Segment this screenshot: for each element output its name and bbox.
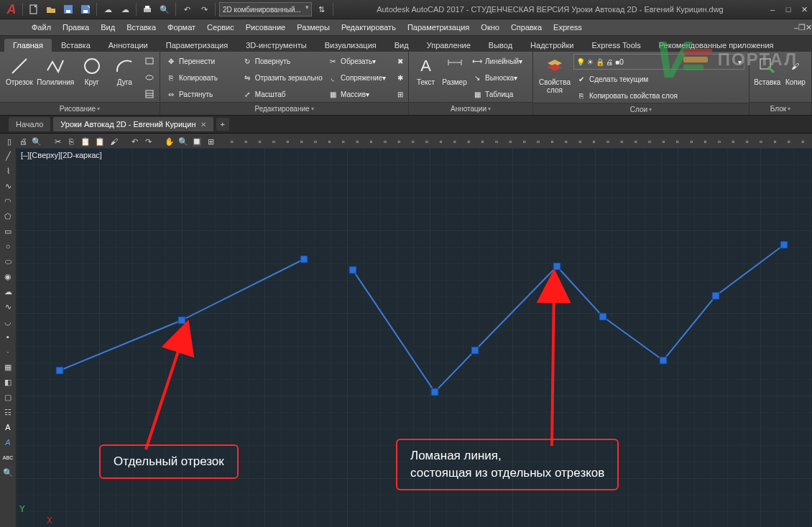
lt-rect-icon[interactable]: ▭ bbox=[1, 225, 14, 238]
ribbon-tab-output[interactable]: Вывод bbox=[480, 39, 521, 52]
ribbon-tab-annot[interactable]: Аннотации bbox=[100, 39, 157, 52]
drawing-canvas[interactable]: [–][Сверху][2D-каркас] Отдельный от bbox=[17, 148, 812, 527]
mirror-button[interactable]: ⇋Отразить зеркально bbox=[239, 70, 325, 85]
tb2-icon[interactable]: ▫ bbox=[713, 135, 725, 148]
ribbon-tab-home[interactable]: Главная bbox=[4, 39, 52, 52]
tb2-icon[interactable]: ▫ bbox=[588, 135, 600, 148]
tb2-icon[interactable]: ▫ bbox=[601, 135, 614, 148]
lt-hatch-icon[interactable]: ▦ bbox=[1, 360, 14, 373]
rotate-button[interactable]: ↻Повернуть bbox=[239, 54, 325, 68]
arc-button[interactable]: Дуга bbox=[108, 54, 141, 86]
ribbon-tab-insert[interactable]: Вставка bbox=[52, 39, 99, 52]
lt-circle-icon[interactable]: ○ bbox=[1, 240, 14, 253]
menu-param[interactable]: Параметризация bbox=[402, 19, 475, 35]
lt-pline-icon[interactable]: ⌇ bbox=[1, 164, 14, 177]
menu-insert[interactable]: Вставка bbox=[121, 19, 162, 35]
tb2-icon[interactable]: ▫ bbox=[643, 135, 655, 148]
lt-spline-icon[interactable]: ∿ bbox=[1, 179, 14, 192]
tb2-icon[interactable]: 🖌 bbox=[107, 135, 119, 148]
lt-region-icon[interactable]: ▢ bbox=[1, 391, 14, 404]
lt-ellipse-icon[interactable]: ⬭ bbox=[1, 255, 14, 268]
doctab-current[interactable]: Уроки Автокад 2D - Евгений Курицин✕ bbox=[53, 117, 213, 131]
tb2-icon[interactable]: ▫ bbox=[671, 135, 683, 148]
lt-table-icon[interactable]: ☷ bbox=[1, 406, 14, 419]
lt-spline2-icon[interactable]: ∿ bbox=[1, 300, 14, 313]
tb2-icon[interactable]: ✂ bbox=[52, 135, 64, 148]
lt-gradient-icon[interactable]: ◧ bbox=[1, 376, 14, 388]
dim-button[interactable]: Размер bbox=[440, 54, 469, 86]
qat-preview-icon[interactable]: 🔍 bbox=[157, 2, 172, 17]
tb2-icon[interactable]: ▫ bbox=[574, 135, 586, 148]
tb2-icon[interactable]: ▫ bbox=[532, 135, 544, 148]
insert-button[interactable]: Вставка bbox=[752, 54, 783, 86]
menu-modify[interactable]: Редактировать bbox=[336, 19, 402, 35]
qat-cloud-icon[interactable]: ☁ bbox=[100, 2, 116, 17]
tb2-icon[interactable]: ▫ bbox=[282, 135, 294, 148]
erase-icon[interactable]: ✖ bbox=[395, 54, 405, 68]
menu-dim[interactable]: Размеры bbox=[291, 19, 336, 35]
tb2-icon[interactable]: ▫ bbox=[365, 135, 377, 148]
mdi-restore-icon[interactable]: ❐ bbox=[798, 23, 806, 32]
tb2-icon[interactable]: ▫ bbox=[295, 135, 308, 148]
ribbon-tab-view[interactable]: Вид bbox=[386, 39, 417, 52]
lt-ellipse-arc-icon[interactable]: ◡ bbox=[1, 315, 14, 328]
doctab-start[interactable]: Начало bbox=[9, 117, 50, 131]
tb2-icon[interactable]: ▫ bbox=[727, 135, 739, 148]
close-button[interactable]: ✕ bbox=[796, 2, 812, 17]
ellipse-icon[interactable] bbox=[142, 70, 157, 85]
tb2-icon[interactable]: 🖨 bbox=[17, 135, 29, 148]
tb2-icon[interactable]: ▫ bbox=[435, 135, 447, 148]
explode-icon[interactable]: ✱ bbox=[395, 70, 405, 85]
ribbon-tab-viz[interactable]: Визуализация bbox=[316, 39, 385, 52]
hatch-icon[interactable] bbox=[142, 87, 157, 101]
tb2-icon[interactable]: ▫ bbox=[240, 135, 252, 148]
tb2-icon[interactable]: 📋 bbox=[80, 135, 92, 148]
panel-block-title[interactable]: Блок bbox=[749, 102, 811, 115]
make-current-button[interactable]: ✔Сделать текущим bbox=[573, 72, 746, 86]
ribbon-tab-addins[interactable]: Надстройки bbox=[522, 39, 582, 52]
panel-draw-title[interactable]: Рисование bbox=[0, 102, 160, 115]
ribbon-tab-manage[interactable]: Управление bbox=[418, 39, 479, 52]
tb2-icon[interactable]: ▫ bbox=[741, 135, 753, 148]
qat-open-icon[interactable] bbox=[43, 2, 59, 17]
layerprops-button[interactable]: Свойства слоя bbox=[536, 54, 573, 94]
tb2-icon[interactable]: ▫ bbox=[504, 135, 517, 148]
lt-find-icon[interactable]: 🔍 bbox=[1, 466, 14, 479]
table-button[interactable]: ▦Таблица bbox=[469, 87, 530, 101]
lt-abc-icon[interactable]: ABC bbox=[1, 451, 14, 464]
qat-plot-icon[interactable] bbox=[139, 2, 155, 17]
tb2-icon[interactable]: ▫ bbox=[254, 135, 266, 148]
menu-format[interactable]: Формат bbox=[162, 19, 201, 35]
tb2-icon[interactable]: ▯ bbox=[3, 135, 15, 148]
tb2-icon[interactable]: ▫ bbox=[420, 135, 433, 148]
tb2-icon[interactable]: ▫ bbox=[783, 135, 795, 148]
lt-polygon-icon[interactable]: ⬠ bbox=[1, 210, 14, 223]
tb2-icon[interactable]: ▫ bbox=[560, 135, 572, 148]
menu-file[interactable]: Файл bbox=[26, 19, 57, 35]
line-button[interactable]: Отрезок bbox=[3, 54, 36, 86]
app-logo[interactable]: A bbox=[3, 1, 20, 18]
move-button[interactable]: ✥Перенести bbox=[163, 54, 239, 68]
tb2-icon[interactable]: ▫ bbox=[379, 135, 391, 148]
mdi-close-icon[interactable]: ✕ bbox=[806, 23, 812, 32]
lt-arc-icon[interactable]: ◠ bbox=[1, 195, 14, 207]
tb2-icon[interactable]: ▫ bbox=[407, 135, 419, 148]
fillet-button[interactable]: ◟Сопряжение ▾ bbox=[325, 70, 395, 85]
menu-view[interactable]: Вид bbox=[95, 19, 121, 35]
maximize-button[interactable]: □ bbox=[780, 2, 796, 17]
qat-sync-icon[interactable]: ⇅ bbox=[314, 2, 330, 17]
menu-edit[interactable]: Правка bbox=[57, 19, 95, 35]
tb2-icon[interactable]: ▫ bbox=[658, 135, 670, 148]
copy-layer-props-button[interactable]: ⎘Копировать свойства слоя bbox=[573, 88, 746, 103]
qat-saveas-icon[interactable] bbox=[78, 2, 93, 17]
lt-line-icon[interactable]: ╱ bbox=[1, 149, 14, 162]
tb2-icon[interactable]: ▫ bbox=[309, 135, 321, 148]
tb2-icon[interactable]: ▫ bbox=[267, 135, 280, 148]
tb2-icon[interactable]: ▫ bbox=[755, 135, 767, 148]
leader-button[interactable]: ↘Выноска ▾ bbox=[469, 70, 530, 85]
lt-point-icon[interactable]: · bbox=[1, 345, 14, 358]
ribbon-tab-apps[interactable]: Рекомендованные приложения bbox=[650, 39, 783, 52]
tb2-icon[interactable]: ▫ bbox=[490, 135, 502, 148]
ribbon-tab-3d[interactable]: 3D-инструменты bbox=[237, 39, 315, 52]
tb2-icon[interactable]: ✋ bbox=[163, 135, 175, 148]
